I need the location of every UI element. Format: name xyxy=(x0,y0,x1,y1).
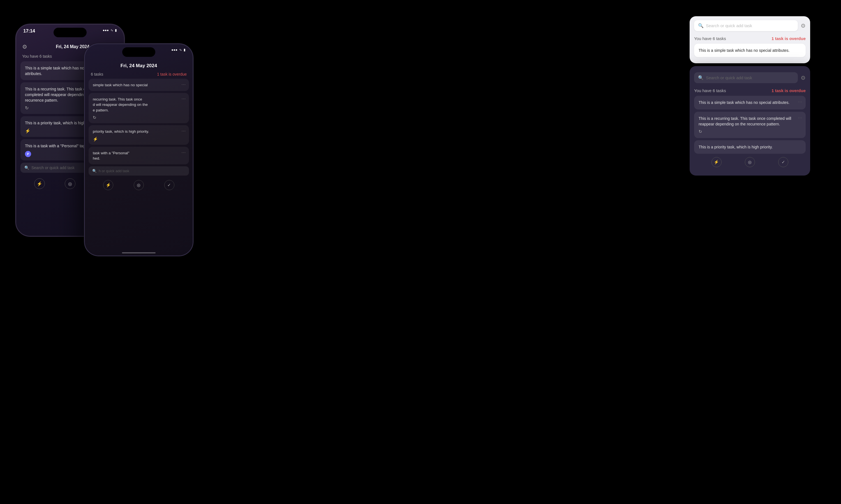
p2-task-more-3[interactable]: ··· xyxy=(182,128,186,133)
wd-tab-compass[interactable]: ◎ xyxy=(745,157,755,167)
wd-search-icon: 🔍 xyxy=(698,75,704,80)
wd-task-more-2[interactable]: ··· xyxy=(798,115,802,120)
wl-overdue: 1 task is overdue xyxy=(771,36,806,41)
p2-task-card-4[interactable]: ··· task with a "Personal"hed. xyxy=(89,147,189,164)
signal-icon: ●●● xyxy=(103,28,109,32)
wl-search-icon: 🔍 xyxy=(698,23,704,28)
p2-task-text-4: task with a "Personal"hed. xyxy=(93,150,185,161)
wl-task-count: You have 6 tasks xyxy=(694,36,726,41)
p2-overdue: 1 task is overdue xyxy=(157,72,187,76)
p2-task-text-1: simple task which has no special xyxy=(93,82,185,88)
p2-recur-icon: ↻ xyxy=(93,115,185,120)
settings-icon[interactable]: ⚙ xyxy=(22,43,27,50)
phone2: ●●● ∿ ▮ Fri, 24 May 2024 6 tasks 1 task … xyxy=(84,43,193,256)
p1-search-placeholder: Search or quick add task xyxy=(31,165,74,170)
status-time-1: 17:14 xyxy=(23,28,35,34)
wd-task-text-2: This is a recurring task. This task once… xyxy=(699,115,801,127)
wd-task-card-2[interactable]: ··· This is a recurring task. This task … xyxy=(694,112,806,138)
wd-task-text-3: This is a priority task, which is high p… xyxy=(699,144,801,150)
p2-task-card-2[interactable]: ··· recurring task. This task onced will… xyxy=(89,93,189,124)
wifi-icon: ∿ xyxy=(110,28,113,32)
widget-dark-header: 🔍 Search or quick add task ⚙ xyxy=(690,66,810,83)
wifi-icon-2: ∿ xyxy=(179,48,182,52)
personal-tag-badge: P xyxy=(25,151,31,157)
dynamic-island-1 xyxy=(54,28,87,37)
wd-bottom-bar: ⚡ ◎ ✓ xyxy=(694,156,806,172)
wl-task-summary: You have 6 tasks 1 task is overdue xyxy=(694,34,806,44)
dynamic-island-2 xyxy=(122,47,155,57)
tab-bolt-1[interactable]: ⚡ xyxy=(34,178,45,189)
p2-tab-bolt[interactable]: ⚡ xyxy=(103,180,113,190)
wd-gear-icon[interactable]: ⚙ xyxy=(801,74,806,81)
battery-icon-2: ▮ xyxy=(184,48,186,52)
scene: 17:14 ●●● ∿ ▮ ⚙ Fri, 24 May 2024 You hav… xyxy=(0,0,841,504)
p2-search-icon: 🔍 xyxy=(92,169,97,173)
wl-search-bar[interactable]: 🔍 Search or quick add task xyxy=(694,20,798,31)
phone2-content: Fri, 24 May 2024 6 tasks 1 task is overd… xyxy=(85,59,193,256)
wd-tab-bolt[interactable]: ⚡ xyxy=(711,157,722,167)
widget-dark: 🔍 Search or quick add task ⚙ You have 6 … xyxy=(690,66,810,176)
tab-compass-1[interactable]: ◎ xyxy=(65,178,75,189)
p2-search-bar[interactable]: 🔍 h or quick add task xyxy=(89,166,189,176)
p2-home-indicator xyxy=(122,252,156,253)
p2-task-summary: 6 tasks 1 task is overdue xyxy=(85,71,193,79)
p2-date: Fri, 24 May 2024 xyxy=(85,61,193,71)
wd-task-card-3[interactable]: This is a priority task, which is high p… xyxy=(694,140,806,154)
widget-light-body: You have 6 tasks 1 task is overdue This … xyxy=(690,31,810,63)
p2-task-text-3: priority task, which is high priority. xyxy=(93,129,185,134)
widgets-container: 🔍 Search or quick add task ⚙ You have 6 … xyxy=(690,16,810,176)
p2-task-card-1[interactable]: ··· simple task which has no special xyxy=(89,79,189,91)
wd-task-summary: You have 6 tasks 1 task is overdue xyxy=(694,87,806,96)
wl-task-card-1[interactable]: This is a simple task which has no speci… xyxy=(694,44,806,57)
widget-light-header: 🔍 Search or quick add task ⚙ xyxy=(690,16,810,31)
p1-task-count: You have 6 tasks xyxy=(22,54,52,58)
wd-task-text-1: This is a simple task which has no speci… xyxy=(699,100,801,105)
p2-task-more-1[interactable]: ··· xyxy=(182,82,186,87)
p2-task-card-3[interactable]: ··· priority task, which is high priorit… xyxy=(89,125,189,145)
battery-icon: ▮ xyxy=(115,28,117,32)
signal-icon-2: ●●● xyxy=(171,48,177,52)
wd-recur-icon: ↻ xyxy=(699,129,801,134)
wl-gear-icon[interactable]: ⚙ xyxy=(801,22,806,29)
p2-search-placeholder: h or quick add task xyxy=(99,169,129,173)
p2-tab-check[interactable]: ✓ xyxy=(164,180,174,190)
p2-bottom-bar: ⚡ ◎ ✓ xyxy=(85,178,193,196)
wl-search-placeholder: Search or quick add task xyxy=(706,23,752,28)
p2-task-count: 6 tasks xyxy=(91,72,103,76)
wd-task-more-1[interactable]: ··· xyxy=(798,99,802,104)
status-icons-1: ●●● ∿ ▮ xyxy=(103,28,117,32)
wl-task-text-1: This is a simple task which has no speci… xyxy=(699,48,801,53)
p2-task-more-2[interactable]: ··· xyxy=(182,96,186,101)
wd-task-count: You have 6 tasks xyxy=(694,88,726,93)
p2-tab-compass[interactable]: ◎ xyxy=(134,180,144,190)
widget-dark-body: You have 6 tasks 1 task is overdue ··· T… xyxy=(690,83,810,176)
p2-task-more-4[interactable]: ··· xyxy=(182,150,186,155)
p2-task-text-2: recurring task. This task onced will rea… xyxy=(93,96,185,113)
wd-search-bar[interactable]: 🔍 Search or quick add task xyxy=(694,72,798,83)
status-icons-2: ●●● ∿ ▮ xyxy=(171,48,186,52)
wd-task-card-1[interactable]: ··· This is a simple task which has no s… xyxy=(694,96,806,109)
p1-search-icon: 🔍 xyxy=(24,165,29,170)
widget-light: 🔍 Search or quick add task ⚙ You have 6 … xyxy=(690,16,810,63)
p2-priority-icon: ⚡ xyxy=(93,137,185,142)
wd-overdue: 1 task is overdue xyxy=(771,88,806,93)
wd-tab-check[interactable]: ✓ xyxy=(778,157,788,167)
wd-search-placeholder: Search or quick add task xyxy=(706,75,752,80)
